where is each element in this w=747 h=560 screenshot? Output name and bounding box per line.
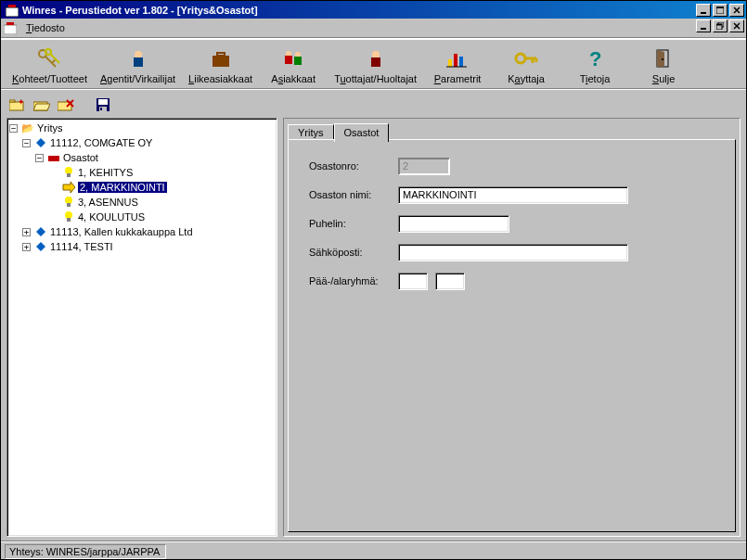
toolbar-tietoja[interactable]: ? Tietoja [563,44,626,86]
svg-marker-54 [36,138,45,147]
tree-root[interactable]: − 📂 Yritys [9,121,275,135]
svg-rect-29 [371,57,380,67]
help-icon: ? [582,45,608,71]
svg-marker-59 [63,182,75,193]
svg-rect-12 [716,24,722,26]
label-puhelin: Puhelin: [309,218,398,229]
diamond-icon [33,136,48,149]
book-icon [46,151,61,164]
tab-strip: Yritys Osastot [288,122,736,140]
svg-point-28 [372,51,380,58]
tree-leaf-markkinointi[interactable]: 2, MARKKINOINTI [9,180,275,195]
icon-bar: ✦ [1,90,746,118]
svg-rect-43 [9,100,15,102]
toolbar-parametrit[interactable]: Parametrit [426,44,489,86]
tree-leaf-asennus[interactable]: 3, ASENNUS [9,195,275,210]
svg-marker-65 [36,242,45,251]
toolbar-liikeasiakkaat[interactable]: Liikeasiakkaat [185,44,256,86]
svg-rect-53 [100,108,102,110]
delete-folder-button[interactable] [57,95,75,114]
tree-node-company-2[interactable]: + 11113, Kallen kukkakauppa Ltd [9,224,275,239]
detail-panel: Yritys Osastot Osastonro: Osaston nimi: … [283,118,741,537]
person-red-icon [363,45,389,71]
svg-rect-32 [459,57,463,67]
field-osaston-nimi[interactable] [398,186,628,204]
svg-rect-23 [217,53,225,56]
svg-point-60 [65,197,72,204]
tree-leaf-kehitys[interactable]: 1, KEHITYS [9,165,275,180]
save-button[interactable] [94,95,112,114]
svg-rect-4 [716,6,724,8]
toolbar-asiakkaat[interactable]: Asiakkaat [262,44,325,86]
minimize-button[interactable] [696,4,711,17]
svg-marker-46 [33,104,50,110]
tab-osastot[interactable]: Osastot [334,123,390,142]
field-sahkoposti[interactable] [398,244,628,261]
field-osastonro [398,158,450,175]
svg-point-57 [65,167,72,174]
svg-point-34 [516,54,525,63]
field-alaryhma[interactable] [435,273,465,290]
new-folder-button[interactable]: ✦ [8,95,27,114]
maximize-button[interactable] [713,4,728,17]
app-icon [5,3,19,18]
child-minimize-button[interactable] [696,19,711,32]
document-icon [3,20,18,35]
tree-panel[interactable]: − 📂 Yritys − 11112, COMGATE OY − Osastot [6,118,277,537]
tab-body: Osastonro: Osaston nimi: Puhelin: Sähköp… [288,139,736,532]
child-close-button[interactable] [729,19,744,32]
label-osaston-nimi: Osaston nimi: [309,189,398,200]
svg-point-41 [662,58,663,60]
tree-node-company-3[interactable]: + 11114, TESTI [9,239,275,254]
door-icon [650,45,676,71]
expand-icon[interactable]: + [22,243,31,251]
briefcase-icon [208,45,234,71]
tab-yritys[interactable]: Yritys [288,124,334,140]
menu-file[interactable]: Tiedosto [20,20,71,35]
svg-rect-1 [8,5,16,7]
toolbar-agentit[interactable]: Agentit/Virkailijat [97,44,179,86]
label-ryhma: Pää-/alaryhmä: [309,275,398,286]
svg-rect-63 [67,218,71,222]
open-folder-button[interactable] [32,95,51,114]
field-paaryhma[interactable] [398,273,428,290]
child-restore-button[interactable] [713,19,728,32]
collapse-icon[interactable]: − [9,124,18,133]
svg-rect-56 [48,154,59,156]
pointer-icon [61,181,76,194]
bulb-icon [61,210,76,223]
toolbar-sulje[interactable]: Sulje [632,44,695,86]
svg-rect-2 [701,12,706,14]
svg-rect-22 [213,56,229,67]
person-icon [125,45,151,71]
svg-rect-30 [448,59,452,67]
svg-rect-27 [294,57,302,65]
svg-rect-21 [134,57,143,67]
keys-icon [36,45,62,71]
svg-rect-9 [701,28,706,30]
tree-node-company-1[interactable]: − 11112, COMGATE OY [9,135,275,150]
folder-open-icon: 📂 [20,121,35,134]
svg-text:✦: ✦ [18,97,25,107]
collapse-icon[interactable]: − [35,154,44,162]
toolbar-kohteet[interactable]: Kohteet/Tuotteet [8,44,91,86]
bulb-icon [61,166,76,179]
svg-rect-7 [4,25,17,34]
tree-leaf-koulutus[interactable]: 4, KOULUTUS [9,210,275,224]
label-osastonro: Osastonro: [309,160,398,172]
toolbar-kayttaja[interactable]: Kayttaja [495,44,558,86]
svg-point-62 [65,211,72,219]
status-connection: Yhteys: WINRES/jarppa/JARPPA [5,544,166,559]
svg-rect-8 [6,22,14,25]
expand-icon[interactable]: + [22,228,31,236]
key-icon [513,45,539,71]
field-puhelin[interactable] [398,215,509,233]
chart-icon [444,45,470,71]
svg-point-20 [135,51,142,58]
tree-node-osastot[interactable]: − Osastot [9,150,275,165]
svg-rect-31 [454,54,457,67]
collapse-icon[interactable]: − [22,139,31,147]
menubar: Tiedosto [1,19,746,37]
toolbar-tuottajat[interactable]: Tuottajat/Huoltajat [330,44,420,86]
close-button[interactable] [729,4,744,17]
